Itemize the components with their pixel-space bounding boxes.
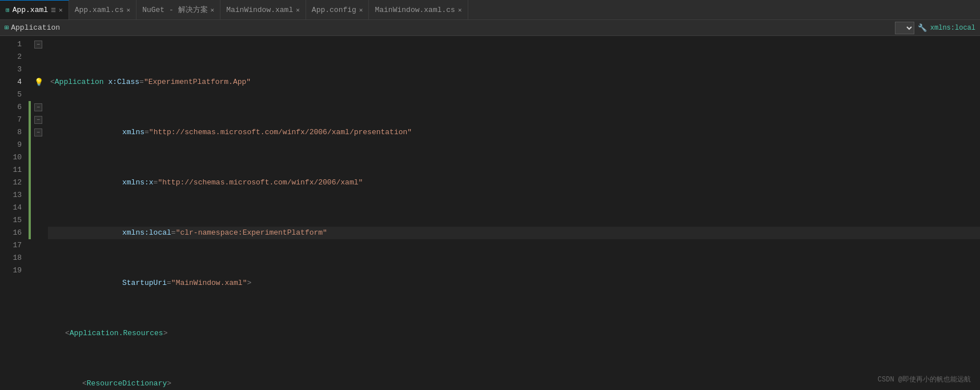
gutter-row-13 [29,189,46,202]
gutter-row-11 [29,164,46,176]
lightbulb-icon[interactable]: 💡 [34,78,43,87]
code-line-5: StartupUri="MainWindow.xaml"> [48,277,980,290]
line-num-4: 4 [5,76,22,89]
tab-label: App.xaml.cs [75,6,124,14]
line-num-3: 3 [5,63,22,76]
line-num-12: 12 [5,176,22,189]
code-editor[interactable]: <Application x:Class="ExperimentPlatform… [46,36,980,390]
line-num-2: 2 [5,51,22,63]
tab-label: MainWindow.xaml [226,6,293,14]
line-num-17: 17 [5,239,22,252]
collapse-btn-7[interactable]: − [34,116,42,124]
gutter-row-10 [29,151,46,164]
breadcrumb-text: Application [11,23,60,32]
gutter-row-3 [29,63,46,76]
collapse-btn-6[interactable]: − [34,103,42,111]
gutter-row-6: − [29,101,46,114]
line-num-6: 6 [5,101,22,114]
tab-label: App.config [312,6,356,14]
editor-area: 1 2 3 4 5 6 7 8 9 10 11 12 13 14 15 16 1… [0,36,980,390]
gutter-row-9 [29,139,46,151]
collapse-btn-8[interactable]: − [34,128,42,136]
code-line-3: xmlns:x="http://schemas.microsoft.com/wi… [48,176,980,189]
tab-close-icon[interactable]: ✕ [296,6,300,14]
tab-close-icon[interactable]: ✕ [59,6,63,14]
gutter-row-17 [29,239,46,252]
tab-pin-icon[interactable]: ☰ [51,7,56,14]
breadcrumb-icon: ⊞ [5,23,9,32]
line-numbers: 1 2 3 4 5 6 7 8 9 10 11 12 13 14 15 16 1… [0,36,29,390]
code-line-1: <Application x:Class="ExperimentPlatform… [48,76,980,89]
code-line-7: <ResourceDictionary> [48,377,980,390]
ns-label: xmlns:local [930,24,975,32]
tab-close-icon[interactable]: ✕ [211,6,215,14]
line-num-14: 14 [5,202,22,214]
line-num-7: 7 [5,114,22,126]
line-num-13: 13 [5,189,22,202]
gutter-row-2 [29,51,46,63]
tab-close-icon[interactable]: ✕ [359,6,363,14]
tab-close-icon[interactable]: ✕ [458,6,462,14]
gutter-row-8: − [29,126,46,139]
gutter-row-18 [29,252,46,264]
tab-app-xaml-cs[interactable]: App.xaml.cs ✕ [69,0,136,20]
code-line-2: xmlns="http://schemas.microsoft.com/winf… [48,126,980,139]
gutter-row-1: − [29,38,46,51]
tab-mainwindow-xaml[interactable]: MainWindow.xaml ✕ [220,0,306,20]
namespace-area: 🔧 xmlns:local [895,22,975,34]
scope-dropdown[interactable] [895,22,914,34]
tab-close-icon[interactable]: ✕ [127,6,131,14]
watermark: CSDN @即使再小的帆也能远航 [878,375,971,384]
gutter-row-19 [29,264,46,277]
tab-label: MainWindow.xaml.cs [375,6,455,14]
tab-app-config[interactable]: App.config ✕ [306,0,369,20]
gutter-row-16 [29,227,46,239]
gutter-row-15 [29,214,46,227]
line-num-8: 8 [5,126,22,139]
line-num-9: 9 [5,139,22,151]
wrench-icon: 🔧 [918,23,927,33]
tab-mainwindow-xaml-cs[interactable]: MainWindow.xaml.cs ✕ [369,0,468,20]
tab-icon: ⊞ [6,6,10,14]
line-num-11: 11 [5,164,22,176]
line-num-15: 15 [5,214,22,227]
gutter: − 💡 − − − [29,36,46,390]
gutter-row-12 [29,176,46,189]
line-num-10: 10 [5,151,22,164]
line-num-5: 5 [5,89,22,101]
tab-app-xaml[interactable]: ⊞ App.xaml ☰ ✕ [0,0,69,20]
gutter-row-5 [29,89,46,101]
tab-bar: ⊞ App.xaml ☰ ✕ App.xaml.cs ✕ NuGet - 解决方… [0,0,980,20]
gutter-row-4: 💡 [29,76,46,89]
tab-label: NuGet - 解决方案 [142,5,207,15]
line-num-1: 1 [5,38,22,51]
line-num-18: 18 [5,252,22,264]
tab-label: App.xaml [13,6,48,14]
breadcrumb-bar: ⊞ Application 🔧 xmlns:local [0,20,980,36]
line-num-19: 19 [5,264,22,277]
gutter-row-7: − [29,114,46,126]
tab-nuget[interactable]: NuGet - 解决方案 ✕ [136,0,220,20]
code-line-4: xmlns:local="clr-namespace:ExperimentPla… [48,227,980,239]
collapse-btn-1[interactable]: − [34,41,42,49]
modified-indicator [29,101,31,239]
code-line-6: <Application.Resources> [48,327,980,340]
line-num-16: 16 [5,227,22,239]
gutter-row-14 [29,202,46,214]
